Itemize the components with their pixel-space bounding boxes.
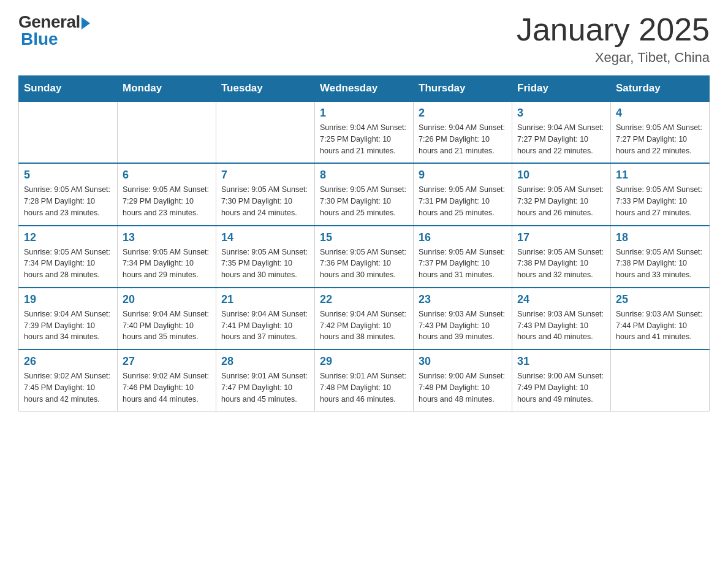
calendar-week-row: 1Sunrise: 9:04 AM Sunset: 7:25 PM Daylig… xyxy=(19,101,710,163)
day-info: Sunrise: 9:05 AM Sunset: 7:34 PM Dayligh… xyxy=(123,247,211,281)
day-info: Sunrise: 9:00 AM Sunset: 7:49 PM Dayligh… xyxy=(517,370,605,405)
calendar-cell: 9Sunrise: 9:05 AM Sunset: 7:31 PM Daylig… xyxy=(414,163,512,225)
day-number: 31 xyxy=(517,355,605,368)
weekday-header-saturday: Saturday xyxy=(611,76,710,102)
weekday-header-sunday: Sunday xyxy=(19,76,118,102)
day-info: Sunrise: 9:05 AM Sunset: 7:34 PM Dayligh… xyxy=(24,247,112,281)
day-number: 7 xyxy=(221,169,309,182)
calendar-cell: 30Sunrise: 9:00 AM Sunset: 7:48 PM Dayli… xyxy=(414,350,512,412)
calendar-cell: 23Sunrise: 9:03 AM Sunset: 7:43 PM Dayli… xyxy=(414,288,512,350)
calendar-cell: 21Sunrise: 9:04 AM Sunset: 7:41 PM Dayli… xyxy=(216,288,315,350)
day-info: Sunrise: 9:05 AM Sunset: 7:27 PM Dayligh… xyxy=(616,122,704,156)
day-number: 21 xyxy=(221,293,309,306)
day-info: Sunrise: 9:05 AM Sunset: 7:36 PM Dayligh… xyxy=(320,247,408,281)
calendar-cell: 8Sunrise: 9:05 AM Sunset: 7:30 PM Daylig… xyxy=(315,163,414,225)
calendar-cell: 1Sunrise: 9:04 AM Sunset: 7:25 PM Daylig… xyxy=(315,101,414,163)
day-number: 4 xyxy=(616,107,704,120)
day-info: Sunrise: 9:05 AM Sunset: 7:38 PM Dayligh… xyxy=(616,247,704,281)
calendar-cell: 25Sunrise: 9:03 AM Sunset: 7:44 PM Dayli… xyxy=(611,288,710,350)
day-info: Sunrise: 9:04 AM Sunset: 7:39 PM Dayligh… xyxy=(24,308,112,343)
day-number: 18 xyxy=(616,231,704,244)
day-info: Sunrise: 9:05 AM Sunset: 7:37 PM Dayligh… xyxy=(419,247,507,281)
calendar-cell: 5Sunrise: 9:05 AM Sunset: 7:28 PM Daylig… xyxy=(19,163,118,225)
day-info: Sunrise: 9:05 AM Sunset: 7:35 PM Dayligh… xyxy=(221,247,309,281)
day-info: Sunrise: 9:02 AM Sunset: 7:46 PM Dayligh… xyxy=(123,370,211,405)
weekday-header-row: SundayMondayTuesdayWednesdayThursdayFrid… xyxy=(19,76,710,102)
day-number: 19 xyxy=(24,293,112,306)
calendar-cell: 6Sunrise: 9:05 AM Sunset: 7:29 PM Daylig… xyxy=(118,163,216,225)
calendar-cell: 19Sunrise: 9:04 AM Sunset: 7:39 PM Dayli… xyxy=(19,288,118,350)
day-info: Sunrise: 9:05 AM Sunset: 7:29 PM Dayligh… xyxy=(123,184,211,218)
calendar-cell: 17Sunrise: 9:05 AM Sunset: 7:38 PM Dayli… xyxy=(512,226,611,288)
day-number: 24 xyxy=(517,293,605,306)
calendar-week-row: 26Sunrise: 9:02 AM Sunset: 7:45 PM Dayli… xyxy=(19,350,710,412)
calendar-cell: 29Sunrise: 9:01 AM Sunset: 7:48 PM Dayli… xyxy=(315,350,414,412)
day-info: Sunrise: 9:03 AM Sunset: 7:43 PM Dayligh… xyxy=(517,308,605,343)
day-info: Sunrise: 9:05 AM Sunset: 7:32 PM Dayligh… xyxy=(517,184,605,218)
logo-triangle-icon xyxy=(82,17,90,29)
day-number: 1 xyxy=(320,107,408,120)
weekday-header-tuesday: Tuesday xyxy=(216,76,315,102)
day-info: Sunrise: 9:00 AM Sunset: 7:48 PM Dayligh… xyxy=(419,370,507,405)
day-number: 30 xyxy=(419,355,507,368)
calendar-cell: 16Sunrise: 9:05 AM Sunset: 7:37 PM Dayli… xyxy=(414,226,512,288)
weekday-header-monday: Monday xyxy=(118,76,216,102)
day-number: 5 xyxy=(24,169,112,182)
weekday-header-wednesday: Wednesday xyxy=(315,76,414,102)
calendar-cell: 31Sunrise: 9:00 AM Sunset: 7:49 PM Dayli… xyxy=(512,350,611,412)
calendar-cell: 28Sunrise: 9:01 AM Sunset: 7:47 PM Dayli… xyxy=(216,350,315,412)
logo-blue-text: Blue xyxy=(18,29,58,49)
main-title: January 2025 xyxy=(517,12,710,47)
day-number: 15 xyxy=(320,231,408,244)
day-info: Sunrise: 9:05 AM Sunset: 7:30 PM Dayligh… xyxy=(221,184,309,218)
day-info: Sunrise: 9:04 AM Sunset: 7:42 PM Dayligh… xyxy=(320,308,408,343)
day-number: 14 xyxy=(221,231,309,244)
day-info: Sunrise: 9:01 AM Sunset: 7:48 PM Dayligh… xyxy=(320,370,408,405)
day-info: Sunrise: 9:04 AM Sunset: 7:27 PM Dayligh… xyxy=(517,122,605,156)
day-number: 23 xyxy=(419,293,507,306)
calendar-cell xyxy=(611,350,710,412)
day-number: 22 xyxy=(320,293,408,306)
day-number: 17 xyxy=(517,231,605,244)
day-number: 28 xyxy=(221,355,309,368)
day-info: Sunrise: 9:04 AM Sunset: 7:26 PM Dayligh… xyxy=(419,122,507,156)
day-number: 8 xyxy=(320,169,408,182)
day-info: Sunrise: 9:05 AM Sunset: 7:33 PM Dayligh… xyxy=(616,184,704,218)
calendar-cell xyxy=(216,101,315,163)
day-info: Sunrise: 9:02 AM Sunset: 7:45 PM Dayligh… xyxy=(24,370,112,405)
calendar-cell: 13Sunrise: 9:05 AM Sunset: 7:34 PM Dayli… xyxy=(118,226,216,288)
calendar-week-row: 12Sunrise: 9:05 AM Sunset: 7:34 PM Dayli… xyxy=(19,226,710,288)
day-number: 3 xyxy=(517,107,605,120)
day-number: 2 xyxy=(419,107,507,120)
calendar-cell: 4Sunrise: 9:05 AM Sunset: 7:27 PM Daylig… xyxy=(611,101,710,163)
page-header: General Blue January 2025 Xegar, Tibet, … xyxy=(18,12,710,66)
day-info: Sunrise: 9:05 AM Sunset: 7:28 PM Dayligh… xyxy=(24,184,112,218)
day-info: Sunrise: 9:01 AM Sunset: 7:47 PM Dayligh… xyxy=(221,370,309,405)
calendar-cell: 22Sunrise: 9:04 AM Sunset: 7:42 PM Dayli… xyxy=(315,288,414,350)
calendar-cell: 2Sunrise: 9:04 AM Sunset: 7:26 PM Daylig… xyxy=(414,101,512,163)
calendar-cell: 3Sunrise: 9:04 AM Sunset: 7:27 PM Daylig… xyxy=(512,101,611,163)
calendar-cell: 12Sunrise: 9:05 AM Sunset: 7:34 PM Dayli… xyxy=(19,226,118,288)
day-info: Sunrise: 9:03 AM Sunset: 7:44 PM Dayligh… xyxy=(616,308,704,343)
day-number: 12 xyxy=(24,231,112,244)
day-number: 16 xyxy=(419,231,507,244)
day-info: Sunrise: 9:04 AM Sunset: 7:25 PM Dayligh… xyxy=(320,122,408,156)
calendar-cell: 24Sunrise: 9:03 AM Sunset: 7:43 PM Dayli… xyxy=(512,288,611,350)
day-number: 13 xyxy=(123,231,211,244)
calendar-cell xyxy=(19,101,118,163)
location-subtitle: Xegar, Tibet, China xyxy=(517,50,710,66)
logo: General Blue xyxy=(18,12,90,49)
day-info: Sunrise: 9:05 AM Sunset: 7:38 PM Dayligh… xyxy=(517,247,605,281)
day-number: 6 xyxy=(123,169,211,182)
calendar-week-row: 5Sunrise: 9:05 AM Sunset: 7:28 PM Daylig… xyxy=(19,163,710,225)
calendar-cell xyxy=(118,101,216,163)
calendar-table: SundayMondayTuesdayWednesdayThursdayFrid… xyxy=(18,75,710,412)
day-info: Sunrise: 9:04 AM Sunset: 7:40 PM Dayligh… xyxy=(123,308,211,343)
calendar-cell: 7Sunrise: 9:05 AM Sunset: 7:30 PM Daylig… xyxy=(216,163,315,225)
calendar-week-row: 19Sunrise: 9:04 AM Sunset: 7:39 PM Dayli… xyxy=(19,288,710,350)
calendar-cell: 14Sunrise: 9:05 AM Sunset: 7:35 PM Dayli… xyxy=(216,226,315,288)
calendar-cell: 18Sunrise: 9:05 AM Sunset: 7:38 PM Dayli… xyxy=(611,226,710,288)
day-number: 20 xyxy=(123,293,211,306)
calendar-cell: 15Sunrise: 9:05 AM Sunset: 7:36 PM Dayli… xyxy=(315,226,414,288)
calendar-cell: 11Sunrise: 9:05 AM Sunset: 7:33 PM Dayli… xyxy=(611,163,710,225)
